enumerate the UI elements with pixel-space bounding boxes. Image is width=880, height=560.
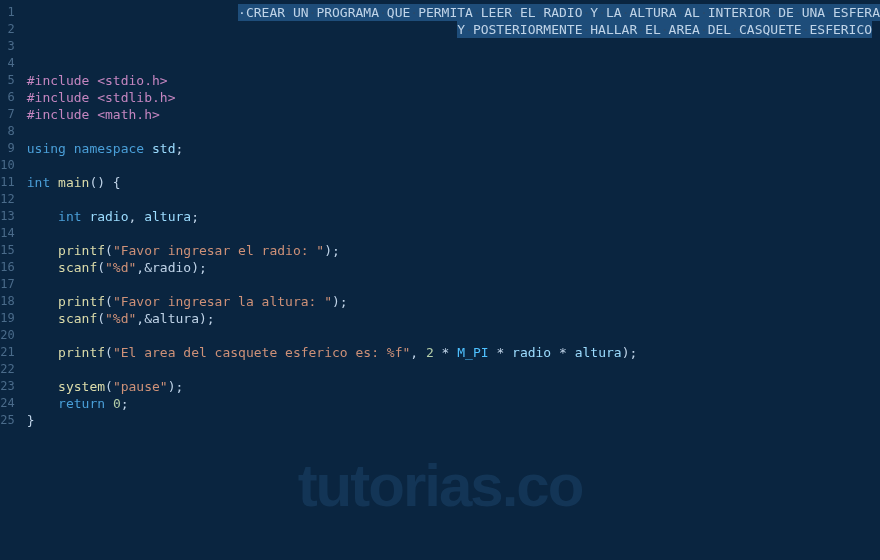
function-printf: printf [58,345,105,360]
code-line [27,276,880,293]
keyword-return: return [58,396,105,411]
line-number: 18 [0,293,15,310]
line-number: 2 [0,21,15,38]
number-literal: 0 [113,396,121,411]
string-literal: "Favor ingresar la altura: " [113,294,332,309]
number-literal: 2 [426,345,434,360]
code-line: #include <stdlib.h> [27,89,880,106]
line-number: 9 [0,140,15,157]
code-line: int radio, altura; [27,208,880,225]
code-line: printf("Favor ingresar el radio: "); [27,242,880,259]
string-literal: "El area del casquete esferico es: %f" [113,345,410,360]
string-literal: "%d" [105,260,136,275]
code-line: ·CREAR·UN·PROGRAMA·QUE·PERMITA·LEER·EL·R… [27,4,880,21]
code-line [27,361,880,378]
line-number: 23 [0,378,15,395]
selected-comment-text: ·CREAR·UN·PROGRAMA·QUE·PERMITA·LEER·EL·R… [238,4,880,21]
line-number: 21 [0,344,15,361]
include-header: <math.h> [97,107,160,122]
line-number: 20 [0,327,15,344]
line-number: 19 [0,310,15,327]
scanf-args: ,&radio); [136,260,206,275]
string-literal: "Favor ingresar el radio: " [113,243,324,258]
code-line: scanf("%d",&radio); [27,259,880,276]
code-line [27,225,880,242]
scanf-args: ,&altura); [136,311,214,326]
code-line: #include <stdio.h> [27,72,880,89]
line-number: 5 [0,72,15,89]
code-line: Y·POSTERIORMENTE·HALLAR·EL·AREA·DEL·CASQ… [27,21,880,38]
string-literal: "pause" [113,379,168,394]
identifier-altura: altura [144,209,191,224]
code-line: system("pause"); [27,378,880,395]
line-number: 16 [0,259,15,276]
code-line [27,38,880,55]
preprocessor-directive: #include [27,107,97,122]
type-int: int [27,175,50,190]
line-number: 7 [0,106,15,123]
watermark-text: tutorias.co [298,451,583,520]
function-printf: printf [58,243,105,258]
code-line: using namespace std; [27,140,880,157]
code-line: printf("El area del casquete esferico es… [27,344,880,361]
function-system: system [58,379,105,394]
line-number: 22 [0,361,15,378]
line-number: 17 [0,276,15,293]
line-number: 4 [0,55,15,72]
constant-mpi: M_PI [457,345,488,360]
line-number: 8 [0,123,15,140]
function-scanf: scanf [58,260,97,275]
keyword-using: using [27,141,66,156]
identifier-std: std [152,141,175,156]
identifier-radio: radio [89,209,128,224]
identifier-radio: radio [512,345,551,360]
code-line: scanf("%d",&altura); [27,310,880,327]
line-number: 6 [0,89,15,106]
code-line [27,157,880,174]
code-line [27,123,880,140]
type-int: int [58,209,81,224]
selected-comment-text: Y·POSTERIORMENTE·HALLAR·EL·AREA·DEL·CASQ… [457,21,872,38]
code-line [27,191,880,208]
line-number: 13 [0,208,15,225]
code-line: #include <math.h> [27,106,880,123]
line-number: 3 [0,38,15,55]
line-number-gutter: 1 2 3 4 5 6 7 8 9 10 11 12 13 14 15 16 1… [0,0,27,560]
line-number: 15 [0,242,15,259]
line-number: 12 [0,191,15,208]
string-literal: "%d" [105,311,136,326]
preprocessor-directive: #include [27,90,97,105]
preprocessor-directive: #include [27,73,97,88]
line-number: 10 [0,157,15,174]
line-number: 1 [0,4,15,21]
code-line: printf("Favor ingresar la altura: "); [27,293,880,310]
identifier-altura: altura [575,345,622,360]
line-number: 24 [0,395,15,412]
code-line [27,327,880,344]
line-number: 25 [0,412,15,429]
include-header: <stdio.h> [97,73,167,88]
code-line: } [27,412,880,429]
line-number: 11 [0,174,15,191]
line-number: 14 [0,225,15,242]
code-line: return 0; [27,395,880,412]
include-header: <stdlib.h> [97,90,175,105]
function-printf: printf [58,294,105,309]
keyword-namespace: namespace [74,141,144,156]
code-line: int main() { [27,174,880,191]
function-main: main [58,175,89,190]
code-line [27,55,880,72]
function-scanf: scanf [58,311,97,326]
